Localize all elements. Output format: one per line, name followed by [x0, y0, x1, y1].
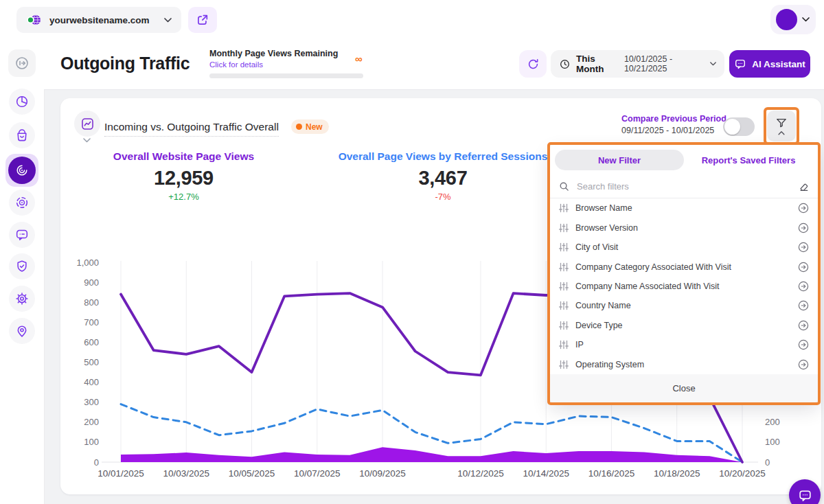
y-tick-label: 500	[84, 357, 99, 367]
y-right-tick-label: 100	[765, 437, 780, 447]
chevron-down-icon	[802, 17, 810, 22]
y-tick-label: 300	[84, 397, 99, 407]
sidebar-item-privacy[interactable]	[9, 253, 35, 279]
period-range: 10/01/2025 - 10/21/2025	[624, 54, 705, 73]
compare-toggle[interactable]	[723, 117, 755, 136]
pie-chart-icon	[14, 94, 30, 109]
y-tick-label: 0	[94, 457, 99, 468]
filter-close-button[interactable]: Close	[550, 374, 818, 402]
funnel-icon	[775, 117, 788, 129]
sidebar-item-settings[interactable]	[9, 286, 35, 312]
shield-check-icon	[14, 259, 30, 274]
y-tick-label: 700	[84, 317, 99, 328]
open-website-button[interactable]	[188, 7, 217, 33]
sidebar-item-locations[interactable]	[9, 318, 35, 344]
sliders-icon	[559, 282, 569, 291]
chat-bubble-icon	[798, 488, 812, 503]
sidebar-item-communication[interactable]	[9, 222, 35, 248]
y-tick-label: 900	[84, 277, 99, 288]
compare-previous-period-label: Compare Previous Period	[621, 114, 726, 124]
clock-icon	[559, 58, 571, 70]
tab-new-filter[interactable]: New Filter	[555, 150, 684, 170]
x-tick-label: 10/07/2025	[294, 468, 341, 479]
page-title: Outgoing Traffic	[60, 54, 190, 73]
widget-icon-button[interactable]	[74, 111, 100, 137]
filter-item-city-of-visit[interactable]: City of Visit	[550, 238, 818, 257]
x-tick-label: 10/18/2025	[654, 468, 700, 479]
x-tick-label: 10/20/2025	[719, 468, 766, 479]
sidebar-item-outgoing-traffic[interactable]	[8, 49, 36, 77]
badge-dot-icon	[296, 124, 302, 130]
website-name: yourwebsitename.com	[49, 15, 157, 25]
filter-button[interactable]	[767, 111, 796, 141]
arrow-circle-right-icon	[798, 203, 809, 214]
chevron-down-icon[interactable]	[83, 138, 91, 143]
filter-item-country-name[interactable]: Country Name	[550, 296, 818, 315]
sliders-icon	[559, 360, 569, 369]
avatar	[776, 9, 797, 30]
app-root: yourwebsitename.com	[0, 0, 824, 504]
arrow-circle-right-icon	[798, 339, 809, 350]
radar-icon	[8, 157, 36, 184]
sidebar-item-ecommerce[interactable]	[9, 122, 35, 148]
line-chart-icon	[80, 117, 95, 131]
quota-infinity-value: ∞	[355, 53, 363, 65]
arrow-circle-right-icon	[798, 281, 809, 292]
search-filters-input[interactable]	[575, 181, 792, 192]
eraser-icon[interactable]	[798, 181, 809, 192]
map-pin-icon	[14, 323, 30, 339]
ai-assistant-button[interactable]: AI Assistant	[729, 50, 810, 78]
filter-panel: New Filter Report's Saved Filters Brows	[550, 145, 818, 402]
compare-previous-period-range: 09/11/2025 - 10/01/2025	[621, 126, 714, 135]
x-tick-label: 10/14/2025	[523, 468, 569, 479]
area-series	[121, 447, 742, 462]
arrow-circle-right-icon	[798, 262, 809, 273]
quota-progress-bar	[209, 73, 363, 78]
chevron-down-icon	[710, 62, 716, 66]
shopping-bag-icon	[14, 128, 30, 143]
filter-item-browser-version[interactable]: Browser Version	[550, 218, 818, 237]
widget-title[interactable]: Incoming vs. Outgoing Traffic Overall	[104, 121, 279, 137]
y-tick-label: 200	[84, 417, 99, 427]
metric-value: 3,467	[326, 167, 560, 190]
filter-item-operating-system[interactable]: Operating System	[550, 355, 818, 374]
sidebar-item-traffic-active[interactable]	[5, 154, 38, 187]
metric-delta: +12.7%	[82, 192, 285, 202]
gear-icon	[14, 291, 30, 306]
arrow-circle-right-icon	[798, 320, 809, 331]
x-tick-label: 10/03/2025	[163, 468, 209, 479]
refresh-button[interactable]	[519, 50, 547, 78]
refresh-icon	[527, 58, 540, 71]
chat-bubble-icon	[14, 227, 30, 242]
external-link-icon	[196, 14, 209, 26]
tab-saved-filters[interactable]: Report's Saved Filters	[684, 150, 813, 170]
metric-referred-sessions: Overall Page Views by Referred Sessions …	[326, 150, 560, 202]
filter-item-device-type[interactable]: Device Type	[550, 316, 818, 335]
filter-item-company-name[interactable]: Company Name Associated With Visit	[550, 277, 818, 296]
sliders-icon	[559, 223, 569, 233]
metric-label: Overall Page Views by Referred Sessions	[326, 150, 560, 163]
arrow-circle-right-icon	[798, 300, 809, 311]
quota-details-link[interactable]: Click for details	[209, 60, 263, 69]
y-tick-label: 1,000	[76, 257, 99, 268]
filter-search-row	[550, 175, 818, 198]
filter-item-company-category[interactable]: Company Category Associated With Visit	[550, 257, 818, 276]
new-badge: New	[291, 119, 329, 134]
quota-label: Monthly Page Views Remaining	[209, 49, 338, 58]
website-selector[interactable]: yourwebsitename.com	[16, 7, 181, 33]
metric-delta: -7%	[326, 192, 560, 202]
sidebar-item-sessions[interactable]	[9, 190, 35, 216]
filter-item-browser-name[interactable]: Browser Name	[550, 198, 818, 218]
arrow-right-circle-icon	[14, 55, 30, 71]
account-menu[interactable]	[770, 5, 816, 34]
x-tick-label: 10/01/2025	[98, 468, 144, 479]
toggle-knob	[724, 119, 740, 135]
arrow-circle-right-icon	[798, 222, 809, 233]
filter-item-ip[interactable]: IP	[550, 335, 818, 354]
x-tick-label: 10/09/2025	[359, 468, 406, 479]
date-range-selector[interactable]: This Month 10/01/2025 - 10/21/2025	[551, 50, 724, 78]
sliders-icon	[559, 203, 569, 213]
sidebar-item-dashboard[interactable]	[9, 89, 35, 115]
y-tick-label: 100	[84, 437, 99, 447]
y-tick-label: 600	[84, 337, 99, 347]
